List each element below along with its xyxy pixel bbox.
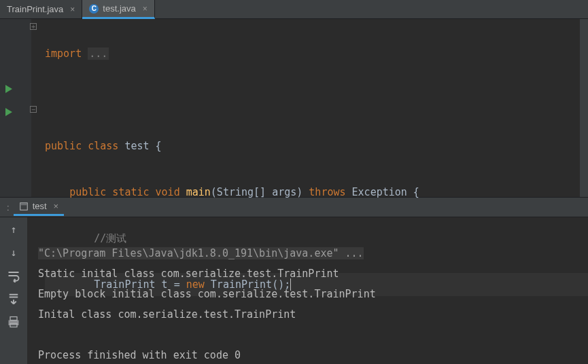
brace: { bbox=[407, 186, 419, 198]
close-icon[interactable]: × bbox=[70, 5, 75, 14]
tab-test[interactable]: C test.java × bbox=[82, 0, 154, 19]
run-main-icon[interactable] bbox=[5, 108, 12, 116]
code-editor[interactable]: + − import ... public class test { publi… bbox=[0, 19, 588, 197]
classname: test bbox=[124, 140, 149, 152]
svg-rect-2 bbox=[10, 317, 17, 321]
keyword-throws: throws bbox=[309, 186, 345, 198]
keyword-import: import bbox=[45, 48, 82, 60]
keyword-class: class bbox=[88, 140, 118, 152]
scroll-to-end-icon[interactable] bbox=[7, 292, 20, 306]
fold-icon[interactable]: − bbox=[30, 106, 37, 113]
keyword-void: void bbox=[156, 186, 180, 198]
console-line: Static inital class com.serialize.test.T… bbox=[38, 268, 339, 280]
run-tool-label-prefix: : bbox=[7, 202, 10, 213]
up-stack-icon[interactable]: ↑ bbox=[7, 223, 20, 236]
console-output[interactable]: "C:\Program Files\Java\jdk1.8.0_191\bin\… bbox=[27, 217, 588, 364]
keyword-public: public bbox=[45, 140, 82, 152]
console-exit: Process finished with exit code 0 bbox=[38, 349, 241, 361]
run-class-icon[interactable] bbox=[5, 85, 12, 93]
down-stack-icon[interactable]: ↓ bbox=[7, 246, 20, 259]
tab-label: test.java bbox=[103, 3, 135, 14]
close-icon[interactable]: × bbox=[143, 4, 148, 14]
keyword-static: static bbox=[112, 186, 149, 198]
params: (String[] args) bbox=[211, 186, 302, 198]
editor-tab-bar: TrainPrint.java × C test.java × bbox=[0, 0, 588, 19]
exception-type: Exception bbox=[352, 186, 407, 198]
close-icon[interactable]: × bbox=[54, 201, 59, 211]
editor-gutter: + − bbox=[0, 19, 31, 197]
svg-rect-1 bbox=[20, 203, 27, 205]
run-tool-body: ↑ ↓ "C:\Program Files\Java\jdk1.8.0_191\… bbox=[0, 217, 588, 364]
tab-label: TrainPrint.java bbox=[7, 4, 63, 14]
fold-icon[interactable]: + bbox=[30, 23, 37, 30]
console-line: Empty block initial class com.serialize.… bbox=[38, 288, 376, 300]
console-line: Inital class com.serialize.test.TrainPri… bbox=[38, 308, 296, 321]
run-tab-label: test bbox=[33, 201, 47, 211]
keyword-public: public bbox=[69, 186, 106, 198]
soft-wrap-icon[interactable] bbox=[7, 269, 20, 283]
print-icon[interactable] bbox=[7, 315, 20, 329]
console-command: "C:\Program Files\Java\jdk1.8.0_191\bin\… bbox=[38, 247, 364, 259]
run-config-icon bbox=[19, 202, 29, 211]
tab-trainprint[interactable]: TrainPrint.java × bbox=[0, 0, 82, 18]
run-tab[interactable]: test × bbox=[14, 198, 65, 216]
method-name: main bbox=[186, 186, 211, 198]
java-class-icon: C bbox=[89, 4, 99, 14]
folded-ellipsis[interactable]: ... bbox=[88, 48, 109, 60]
run-tool-gutter: ↑ ↓ bbox=[0, 217, 27, 364]
code-area[interactable]: import ... public class test { public st… bbox=[31, 19, 588, 197]
editor-scrollbar[interactable] bbox=[580, 19, 588, 197]
brace: { bbox=[150, 140, 162, 152]
